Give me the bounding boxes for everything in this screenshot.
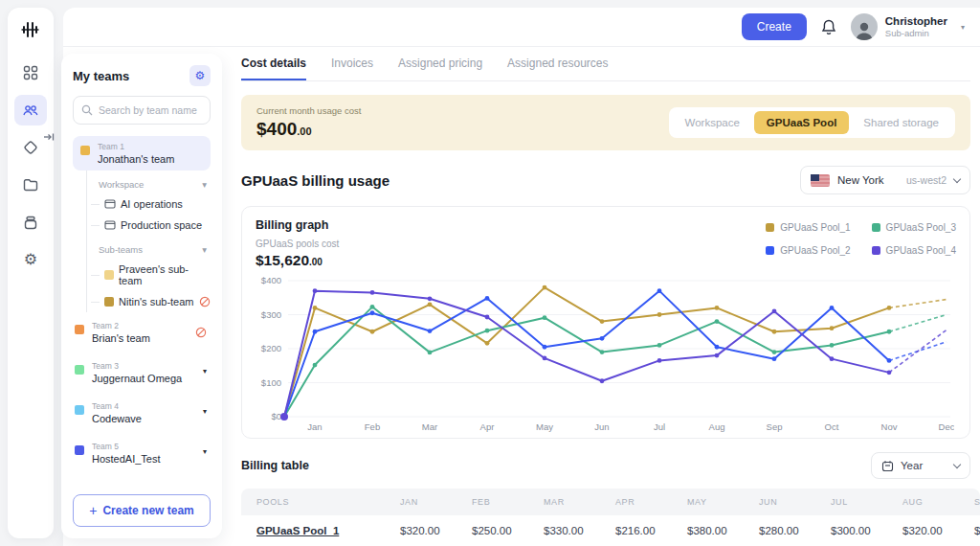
top-bar: Create Christopher Sub-admin ▾: [63, 8, 980, 46]
team-item[interactable]: Team 4 Codewave ▾: [73, 393, 211, 433]
tab-cost-details[interactable]: Cost details: [241, 57, 306, 80]
avatar: [851, 13, 878, 40]
legend-label: GPUaaS Pool_4: [886, 245, 956, 256]
team-name: Juggernaut Omega: [92, 373, 195, 384]
tree-stub: [91, 225, 100, 226]
table-header-cell: JAN: [400, 497, 472, 507]
panel-collapse-icon[interactable]: [43, 131, 56, 143]
graph-title: Billing graph: [256, 218, 339, 232]
expand-caret-icon[interactable]: ▾: [203, 367, 207, 375]
tab-invoices[interactable]: Invoices: [331, 57, 373, 80]
tree-stub: [91, 204, 100, 205]
subteam-item[interactable]: Nitin's sub-team: [87, 291, 211, 312]
table-cell: $320.00: [400, 525, 472, 536]
graph-subtitle: GPUaaS pools cost: [256, 239, 339, 249]
tree-stub: [91, 275, 100, 276]
tab-bar: Cost details Invoices Assigned pricing A…: [241, 47, 970, 81]
legend-swatch: [872, 246, 880, 255]
team-search[interactable]: [73, 96, 211, 125]
team-item[interactable]: Team 3 Juggernaut Omega ▾: [73, 353, 211, 393]
period-select[interactable]: Year: [871, 452, 970, 479]
app-logo-icon[interactable]: [20, 19, 41, 40]
table-cell: $280.00: [759, 525, 831, 536]
graph-amount: $15,620.00: [256, 252, 339, 269]
table-header-cell: MAY: [687, 497, 759, 507]
usage-banner-label: Current month usage cost: [256, 105, 361, 116]
svg-text:$0: $0: [271, 411, 281, 421]
team-search-input[interactable]: [99, 104, 202, 116]
user-menu-caret-icon[interactable]: ▾: [961, 23, 965, 32]
team-color-swatch: [104, 297, 114, 307]
svg-text:$400: $400: [261, 275, 281, 285]
subteams-section-label: Sub-teams: [99, 244, 143, 255]
nav-projects-icon[interactable]: [14, 170, 47, 200]
expand-caret-icon[interactable]: ▾: [203, 447, 207, 456]
svg-text:Oct: Oct: [825, 421, 839, 432]
table-cell: $216.00: [615, 525, 687, 536]
svg-text:Aug: Aug: [709, 421, 725, 432]
table-cell: $250.00: [974, 525, 980, 536]
pool-link[interactable]: GPUaaS Pool_1: [256, 525, 339, 536]
region-select[interactable]: New York us-west2: [800, 166, 970, 194]
legend-item: GPUaaS Pool_3: [872, 222, 956, 233]
teams-settings-button[interactable]: ⚙: [189, 65, 211, 86]
table-header-row: POOLSJANFEBMARAPRMAYJUNJULAUGSEP: [241, 489, 980, 515]
svg-text:Nov: Nov: [881, 421, 898, 432]
team-label: Team 2: [92, 321, 188, 330]
segment-workspace[interactable]: Workspace: [673, 111, 752, 134]
notifications-bell-icon[interactable]: [820, 18, 837, 36]
usage-amount: $400.00: [256, 119, 361, 140]
segment-gpuaas-pool[interactable]: GPUaaS Pool: [754, 111, 850, 134]
legend-swatch: [872, 223, 880, 232]
subteams-section[interactable]: Sub-teams ▾: [87, 236, 211, 259]
collapse-caret-icon[interactable]: ▾: [202, 179, 207, 190]
period-label: Year: [901, 460, 947, 471]
create-button[interactable]: Create: [742, 13, 807, 40]
legend-label: GPUaaS Pool_1: [780, 222, 850, 233]
table-header-cell: APR: [615, 497, 687, 507]
nav-settings-icon[interactable]: ⚙: [14, 244, 47, 275]
create-new-team-label: Create new team: [102, 504, 193, 517]
table-row: GPUaaS Pool_1$320.00$250.00$330.00$216.0…: [241, 515, 980, 546]
tab-assigned-pricing[interactable]: Assigned pricing: [398, 57, 482, 80]
scope-segmented-control: Workspace GPUaaS Pool Shared storage: [669, 107, 955, 138]
nav-dashboard-icon[interactable]: [14, 57, 47, 88]
workspace-section-label: Workspace: [99, 179, 144, 190]
segment-shared-storage[interactable]: Shared storage: [851, 111, 951, 134]
nav-storage-icon[interactable]: [14, 207, 47, 238]
window-icon: [104, 220, 116, 230]
workspace-item[interactable]: AI operations: [87, 193, 211, 215]
usage-banner: Current month usage cost $400.00 Workspa…: [241, 95, 970, 150]
tree-stub: [91, 302, 100, 303]
search-icon: [81, 104, 93, 116]
create-new-team-button[interactable]: + Create new team: [73, 494, 211, 527]
blocked-icon: [199, 296, 211, 307]
page-title: GPUaaS billing usage: [241, 172, 390, 189]
workspace-item[interactable]: Production space: [87, 215, 211, 236]
legend-swatch: [766, 246, 774, 255]
collapse-caret-icon[interactable]: ▾: [202, 244, 207, 255]
team-color-swatch: [75, 445, 84, 455]
workspace-section[interactable]: Workspace ▾: [87, 171, 211, 193]
svg-text:Jul: Jul: [654, 421, 665, 432]
subteam-item[interactable]: Praveen's sub-team: [87, 259, 211, 291]
team-label: Team 3: [92, 361, 195, 371]
nav-assets-icon[interactable]: [14, 132, 47, 163]
team-item[interactable]: Team 2 Brian's team: [73, 312, 211, 353]
team-item[interactable]: Team 5 HostedAI_Test ▾: [73, 433, 211, 473]
nav-teams-icon[interactable]: [14, 95, 47, 125]
legend-label: GPUaaS Pool_2: [780, 245, 850, 256]
expand-caret-icon[interactable]: ▾: [203, 407, 207, 416]
window-icon: [104, 199, 116, 209]
user-menu[interactable]: Christopher Sub-admin ▾: [851, 13, 965, 40]
svg-text:Mar: Mar: [422, 421, 437, 432]
subteam-item-label: Praveen's sub-team: [119, 263, 211, 286]
team-label: Team 5: [92, 442, 195, 451]
table-header-cell: FEB: [472, 497, 544, 507]
team-name: Brian's team: [92, 332, 188, 344]
tab-assigned-resources[interactable]: Assigned resources: [507, 57, 608, 80]
chevron-down-icon: [953, 460, 961, 467]
svg-text:Apr: Apr: [480, 421, 495, 432]
team-item-selected[interactable]: Team 1 Jonathan's team: [73, 136, 211, 171]
user-name: Christopher: [885, 15, 947, 27]
